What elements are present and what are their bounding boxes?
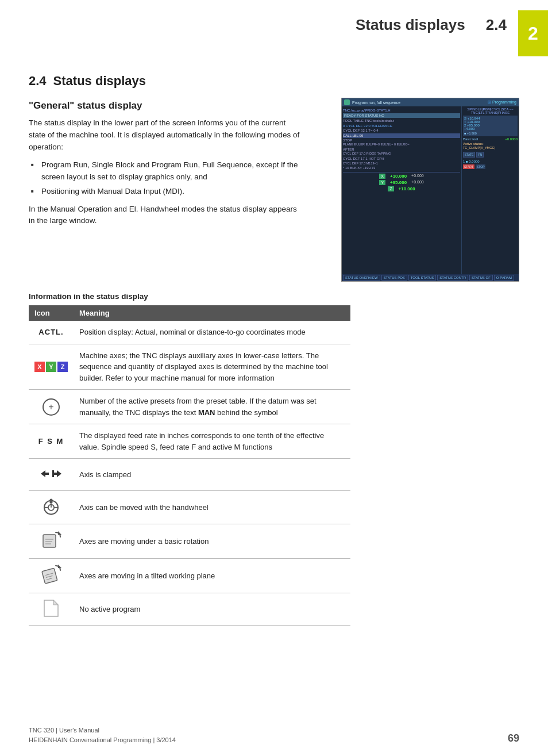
sc-active-status: Active status: xyxy=(463,142,518,145)
icon-cell-preset xyxy=(29,390,74,424)
sc-start-btn: START xyxy=(463,164,474,169)
sc-basic-label: Basic tool xyxy=(463,137,478,141)
bullet-item-1: Program Run, Single Block and Program Ru… xyxy=(29,159,304,183)
table-row: Axis can be moved with the handwheel xyxy=(29,491,350,524)
sc-right-vals: S +10.944 T +10.000 2 +05.000 +4.900 ■ +… xyxy=(463,116,518,136)
meaning-clamp: Axis is clamped xyxy=(74,459,350,491)
sc-coord-row-x: X +10.000 +0.000 xyxy=(344,174,459,179)
rotation-svg xyxy=(41,530,61,551)
col-icon-header: Icon xyxy=(29,305,74,321)
section-title: 2.4 Status displays xyxy=(29,74,519,89)
sc-z-label: Z xyxy=(388,186,393,191)
page-footer: TNC 320 | User's Manual HEIDENHAIN Conve… xyxy=(29,726,519,745)
table-body: ACTL. Position display: Actual, nominal … xyxy=(29,321,350,625)
sc-stop-btn: STOP xyxy=(476,164,486,169)
svg-marker-2 xyxy=(54,470,61,477)
z-box: Z xyxy=(57,362,68,372)
table-header-row: Icon Meaning xyxy=(29,305,350,321)
main-content: 2.4 Status displays "General" status dis… xyxy=(0,56,548,643)
meaning-fsm: The displayed feed rate in inches corres… xyxy=(74,424,350,459)
sc-prog-label: ⊞ Programming xyxy=(488,100,516,105)
table-row: Axis is clamped xyxy=(29,459,350,491)
sc-coord-row-y: Y +95.000 +0.000 xyxy=(344,180,459,185)
svg-rect-5 xyxy=(49,498,52,504)
sc-status-item-2: STATUS POS xyxy=(381,275,407,281)
table-row: F S M The displayed feed rate in inches … xyxy=(29,424,350,459)
header-title-text: Status displays xyxy=(356,16,465,33)
handwheel-svg xyxy=(41,497,61,516)
noprog-icon xyxy=(42,599,60,617)
sc-y-label: Y xyxy=(379,180,385,185)
x-box: X xyxy=(34,362,45,372)
fsm-icon: F S M xyxy=(38,437,64,446)
table-section-title: Information in the status display xyxy=(29,292,519,301)
sc-status-item-5: STATUS OF xyxy=(469,275,493,281)
footer-page-number: 69 xyxy=(508,732,519,745)
icon-cell-rotation xyxy=(29,524,74,559)
sc-code-line-7: AFTER xyxy=(343,147,460,152)
sc-extra-line: 1 ■ 0.0000 xyxy=(463,160,518,163)
icon-cell-handwheel xyxy=(29,491,74,524)
sc-left-panel: TNC:\nc_prog\PROG-STAT1.H READY FOR STAT… xyxy=(342,106,461,274)
svg-rect-1 xyxy=(52,470,54,477)
header-section-number: 2.4 xyxy=(486,16,507,33)
preset-icon xyxy=(43,398,60,416)
sc-code-line-2: 0 CYCL DEF 32.0 TOLERANCE xyxy=(343,124,460,128)
table-header: Icon Meaning xyxy=(29,305,350,321)
tilted-icon xyxy=(41,565,61,585)
sc-code-line-0: TNC:\nc_prog\PROG-STAT1.H xyxy=(343,108,460,113)
footer-left: TNC 320 | User's Manual HEIDENHAIN Conve… xyxy=(29,726,176,745)
sc-right-header: SPINDLE|PGM|CYCL|SCA ~~ TNC|LTL|TRANS|PH… xyxy=(463,108,518,114)
sc-status-item-1: STATUS OVERVIEW xyxy=(343,275,380,281)
bullet-text-2: Positioning with Manual Data Input (MDI)… xyxy=(41,187,184,195)
clamp-icon xyxy=(41,465,61,483)
svg-rect-14 xyxy=(42,568,57,584)
sc-x-val: +10.000 xyxy=(390,174,407,179)
page-header: Status displays 2.4 2 xyxy=(0,0,548,56)
sc-code-line-1: TOOL TABLE TNC:\tools\tooltab.t xyxy=(343,118,460,123)
icon-cell-clamp xyxy=(29,459,74,491)
meaning-tilted: Axes are moving in a tilted working plan… xyxy=(74,559,350,593)
header-title: Status displays 2.4 xyxy=(356,16,507,33)
table-row: ACTL. Position display: Actual, nominal … xyxy=(29,321,350,344)
sc-code-line-10: CYCL DEF 17.3 M119=1 xyxy=(343,162,460,166)
rotation-icon xyxy=(41,530,61,551)
sc-status-bar: STATUS OVERVIEW STATUS POS TOOL STATUS S… xyxy=(342,274,519,281)
footer-line1: TNC 320 | User's Manual xyxy=(29,726,176,735)
bullet-text-1: Program Run, Single Block and Program Ru… xyxy=(41,160,298,181)
sc-code-line-9: CYCL DEF 17.1 HOT GPH xyxy=(343,156,460,161)
sc-right-btns: STATE FN xyxy=(463,152,518,158)
bullet-item-2: Positioning with Manual Data Input (MDI)… xyxy=(29,186,304,198)
noprog-svg xyxy=(42,599,60,617)
sc-btn-state: STATE xyxy=(463,152,475,158)
icon-cell-actl: ACTL. xyxy=(29,321,74,344)
actl-icon: ACTL. xyxy=(38,328,63,336)
intro-text: The status display in the lower part of … xyxy=(29,117,304,153)
sc-code-line-11: * 10 BLK X= +193.73 xyxy=(343,166,460,170)
svg-marker-18 xyxy=(58,565,61,568)
svg-rect-9 xyxy=(43,535,56,547)
sc-code-line-6: PLANE EULER EULPR=0 EULNU= 0 EULRO= xyxy=(343,143,460,147)
y-box: Y xyxy=(46,362,56,372)
sc-x-plus: +0.000 xyxy=(411,174,424,179)
sc-topbar: Program run, full sequence ⊞ Programming xyxy=(342,98,519,106)
handwheel-icon xyxy=(41,497,61,516)
sc-right-bottom-btns: START STOP xyxy=(463,164,518,169)
info-table: Icon Meaning ACTL. Position display: Act… xyxy=(29,305,350,625)
man-text: MAN xyxy=(198,408,215,417)
below-text: In the Manual Operation and El. Handwhee… xyxy=(29,204,304,228)
sc-right-panel: SPINDLE|PGM|CYCL|SCA ~~ TNC|LTL|TRANS|PH… xyxy=(461,106,519,274)
section-number: 2.4 xyxy=(29,74,47,89)
header-title-area: Status displays 2.4 xyxy=(356,10,518,34)
sc-code-line-4: CALL LBL 99 xyxy=(343,133,460,138)
table-row: X Y Z Machine axes; the TNC displays aux… xyxy=(29,344,350,390)
table-row: No active program xyxy=(29,593,350,625)
sc-y-plus: +0.000 xyxy=(411,180,424,185)
sc-btn-fn: FN xyxy=(476,152,484,158)
meaning-actl: Position display: Actual, nominal or dis… xyxy=(74,321,350,344)
screenshot-box: Program run, full sequence ⊞ Programming… xyxy=(341,98,519,282)
icon-cell-tilted xyxy=(29,559,74,593)
sc-coords-bottom: X +10.000 +0.000 Y +95.000 +0.000 xyxy=(343,172,460,193)
sc-tool-area: Basic tool +0.0000 xyxy=(463,137,518,141)
meaning-preset: Number of the active presets from the pr… xyxy=(74,390,350,424)
